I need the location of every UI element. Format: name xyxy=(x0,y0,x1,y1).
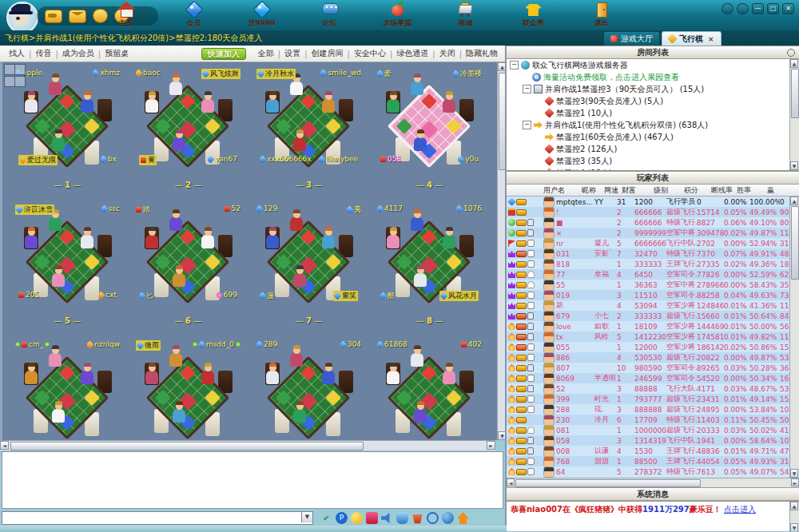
toolbar-link-绿色通道[interactable]: 绿色通道 xyxy=(392,48,432,59)
game-table-4[interactable]: 爱冷墨楼058y0u— 4 — xyxy=(369,64,490,200)
toolbar-link-隐藏礼物[interactable]: 隐藏礼物 xyxy=(462,48,502,59)
view-toggle-button[interactable] xyxy=(4,76,15,87)
maximize-button[interactable]: □ xyxy=(767,3,779,14)
nav-item-member-gem[interactable]: 会员 xyxy=(160,0,228,30)
toolbar-link-成为会员[interactable]: 成为会员 xyxy=(58,48,98,59)
player-row[interactable]: 230冷月617709特级飞行...114030.11%50.45%5001 xyxy=(507,415,799,425)
smiley-icon[interactable] xyxy=(351,512,363,524)
nav-item-exit[interactable]: 退出 xyxy=(567,0,635,30)
cup-icon[interactable] xyxy=(411,512,423,524)
check-icon[interactable]: ✔ xyxy=(320,512,332,524)
toolbar-link-全部[interactable]: 全部 xyxy=(254,48,278,59)
toolbar-link-传音[interactable]: 传音 xyxy=(31,48,55,59)
column-header-断线率[interactable]: 断线率 xyxy=(711,185,737,196)
toolbar-link-安全中心[interactable]: 安全中心 xyxy=(350,48,390,59)
player-row[interactable]: 77幸福46450空军司令...778260.00%52.59%62809 xyxy=(507,269,799,280)
player-row[interactable]: 288琉.3888888超级飞行...248950.00%53.84%10121 xyxy=(507,404,799,415)
player-row[interactable]: mptqtes...YY311200飞行学员00.00%100.00%0 xyxy=(507,197,799,207)
player-row[interactable]: 55136363空军中将2789660.00%58.43%35306 xyxy=(507,280,799,290)
scroll-right-arrow[interactable]: ► xyxy=(791,478,799,486)
coin-icon[interactable] xyxy=(45,10,62,23)
system-message-scrollbar[interactable]: ▲ ▼ xyxy=(789,502,799,531)
toolbar-link-关闭[interactable]: 关闭 xyxy=(435,48,459,59)
game-table-12[interactable]: 61868402— 12 — xyxy=(369,335,490,440)
gift-icon[interactable] xyxy=(366,512,378,524)
toolbar-link-找人[interactable]: 找人 xyxy=(5,48,29,59)
player-row[interactable]: ×29999999空军中将3094780.02%49.87%114082 xyxy=(507,228,799,238)
player-row[interactable]: 019311510空军司令...882580.04%49.63%73029 xyxy=(507,290,799,300)
room-tree-item[interactable]: 禁遥控1 (10人) xyxy=(507,107,799,119)
scroll-down-arrow[interactable]: ▼ xyxy=(790,161,798,170)
opt2-button[interactable] xyxy=(737,3,749,14)
room-tree-item[interactable]: −并肩作战1(使用个性化飞机积分双倍) (638人) xyxy=(507,119,799,131)
room-tree-item[interactable]: 禁遥控2 (126人) xyxy=(507,143,799,155)
game-table-5[interactable]: 浒苡沐雪ssc205cxt— 5 — xyxy=(7,200,128,335)
tab-close-icon[interactable]: × xyxy=(708,35,714,43)
game-table-2[interactable]: baoc风飞炫舞黄yan67— 2 — xyxy=(128,64,248,200)
room-tree-item[interactable]: 禁遥控1(60天会员准入) (467人) xyxy=(507,131,799,143)
column-header-赢[interactable]: 赢 xyxy=(767,185,794,196)
scrollbar-thumb[interactable] xyxy=(515,479,701,487)
tree-expander-icon[interactable]: − xyxy=(523,85,531,93)
player-row[interactable]: 新453094空军少将1248460.01%41.36%11588 xyxy=(507,300,799,311)
player-row[interactable]: 399时光1793777超级飞行...234310.01%49.14%15204 xyxy=(507,394,799,404)
tab-飞行棋[interactable]: 飞行棋× xyxy=(662,31,721,46)
player-list-scrollbar[interactable]: ▲ ▼ xyxy=(789,197,799,478)
room-tree-item[interactable]: e海量活动免费领取，点击进入果园查看 xyxy=(507,71,799,83)
chat-dropdown-arrow[interactable]: ▼ xyxy=(301,512,312,522)
player-row[interactable]: 8864530530超级飞行...208220.00%49.87%53457 xyxy=(507,352,799,363)
quick-join-button[interactable]: 快速加入 xyxy=(201,48,246,60)
player-row[interactable]: 52388888飞行大队...41710.03%48.67%5310 xyxy=(507,383,799,394)
toolbar-link-创建房间[interactable]: 创建房间 xyxy=(308,48,348,59)
column-header-积分[interactable]: 积分 xyxy=(684,185,711,196)
toolbar-link-设置[interactable]: 设置 xyxy=(280,48,304,59)
globe-icon[interactable] xyxy=(442,512,454,524)
column-header-用户名[interactable]: 用户名 xyxy=(543,185,582,196)
room-list-refresh-icon[interactable] xyxy=(787,49,795,57)
player-row[interactable]: ■2666666特级飞行...88270.06%49.10%8073 xyxy=(507,217,799,228)
player-row[interactable]: tx风铃51412230空军少将1745810.01%49.82%117019 xyxy=(507,332,799,342)
scroll-left-arrow[interactable]: ◄ xyxy=(507,478,515,486)
scroll-left-arrow[interactable]: ◄ xyxy=(0,441,9,450)
player-row[interactable]: 031安影`732470特级飞行...73700.07%49.91%4871 xyxy=(507,248,799,259)
scroll-down-arrow[interactable]: ▼ xyxy=(790,523,798,531)
view-toggle-button[interactable] xyxy=(4,64,15,75)
player-row[interactable]: 768甜甜188500王牌飞行...440540.05%49.93%31923 xyxy=(507,456,799,466)
scroll-right-arrow[interactable]: ► xyxy=(487,441,495,450)
chat-log[interactable] xyxy=(2,451,503,509)
opt1-button[interactable] xyxy=(721,3,733,14)
game-horizontal-scrollbar[interactable]: ◄ ► xyxy=(0,440,495,451)
game-table-10[interactable]: 微雨msdd_0— 10 — xyxy=(128,335,248,440)
tree-scrollbar[interactable]: ▲ ▼ xyxy=(789,59,799,170)
player-row[interactable]: nr凝儿56666666飞行中队...27020.00%52.94%3197 xyxy=(507,238,799,248)
game-table-11[interactable]: 289304— 11 — xyxy=(248,335,369,440)
scroll-up-arrow[interactable]: ▲ xyxy=(790,59,798,68)
player-row[interactable]: 05831314319飞行中队...19410.00%58.64%1021 xyxy=(507,435,799,446)
scroll-down-arrow[interactable]: ▼ xyxy=(790,469,798,478)
column-header-财富[interactable]: 财富 xyxy=(622,185,654,196)
game-table-3[interactable]: 冷月秋水smile_wdxxx666666xlikelybee— 3 — xyxy=(248,64,369,200)
scroll-up-arrow[interactable]: ▲ xyxy=(790,197,798,205)
view-toggle-button[interactable] xyxy=(14,64,26,75)
game-table-8[interactable]: 41171076酷风花水月— 8 — xyxy=(369,200,490,335)
player-row[interactable]: 8069半透明1246599空军司令...545200.00%50.34%160… xyxy=(507,373,799,383)
player-row[interactable]: 008以谦41530王牌飞行...488360.01%49.71%47003 xyxy=(507,446,799,456)
player-row[interactable]: 8181333333王牌飞行...273350.02%49.36%18290 xyxy=(507,259,799,269)
player-row[interactable]: love如歌118109空军少将1444690.01%50.00%56281 xyxy=(507,321,799,332)
enter-game-link[interactable]: 点击进入 xyxy=(724,505,756,514)
scrollbar-thumb[interactable] xyxy=(791,69,799,118)
column-header-网速[interactable]: 网速 xyxy=(604,185,622,196)
player-row[interactable]: 08111000000超级飞行...203330.03%50.02%41758 xyxy=(507,425,799,435)
mail-icon[interactable] xyxy=(69,10,86,23)
column-header-胜率[interactable]: 胜率 xyxy=(737,185,767,196)
player-row[interactable]: 055112000空军少将1861420.02%50.86%158096 xyxy=(507,342,799,352)
scrollbar-thumb[interactable] xyxy=(791,206,799,280)
user-avatar[interactable] xyxy=(6,2,38,34)
room-tree-item[interactable]: −联众飞行棋网络游戏服务器 xyxy=(507,59,799,71)
chat-input[interactable]: ▼ xyxy=(2,511,313,525)
chat-bubble-icon[interactable] xyxy=(396,512,408,524)
speaker-icon[interactable] xyxy=(381,512,393,524)
nav-item-mall[interactable]: 商城 xyxy=(431,0,499,30)
room-tree-item[interactable]: 禁遥控3(90天会员准入) (5人) xyxy=(507,95,799,107)
game-table-9[interactable]: cm_nznlqw— 9 — xyxy=(7,335,128,440)
